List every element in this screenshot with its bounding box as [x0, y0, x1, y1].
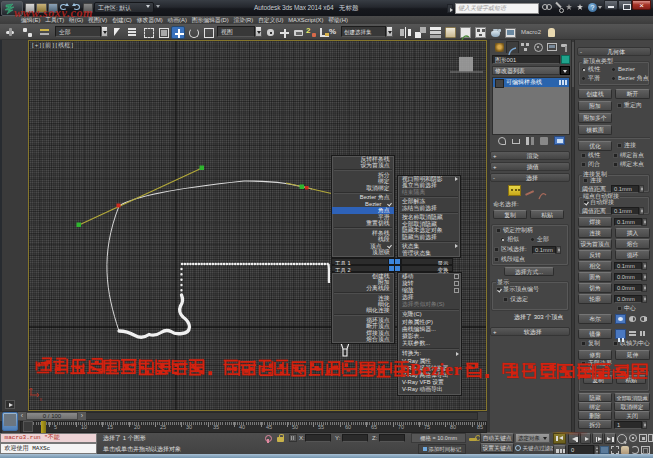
svg-text:Bezier: Bezier — [410, 360, 462, 379]
